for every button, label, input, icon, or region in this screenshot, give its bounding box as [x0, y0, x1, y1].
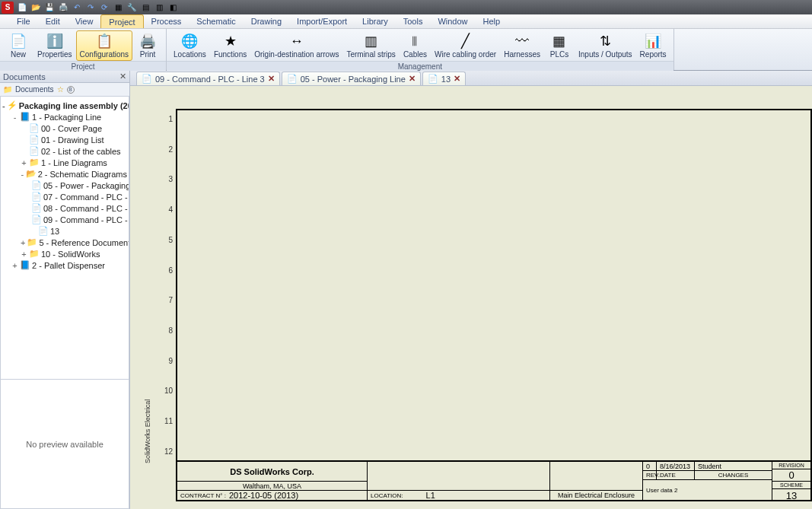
drawing-frame	[176, 109, 812, 462]
expand-icon[interactable]: +	[11, 261, 18, 270]
tab-close-icon[interactable]: ✕	[409, 74, 416, 84]
tree-item[interactable]: +📁10 - SolidWorks	[2, 248, 127, 259]
menu-schematic[interactable]: Schematic	[189, 14, 243, 28]
menu-window[interactable]: Window	[430, 14, 475, 28]
menu-importexport[interactable]: Import/Export	[289, 14, 355, 28]
icon-misc-2[interactable]: 🔧	[126, 2, 137, 13]
tree-node-label: 13	[50, 227, 59, 236]
ribbon-properties[interactable]: ℹ️Properties	[33, 30, 76, 61]
open-icon[interactable]: 📂	[30, 2, 41, 13]
ribbon-origin-destination[interactable]: ↔Origin-destination arrows	[250, 30, 342, 61]
document-tab[interactable]: 📄13✕	[422, 72, 466, 85]
icon-misc-1[interactable]: ▦	[113, 2, 123, 13]
ribbon-terminal[interactable]: ▥Terminal strips	[342, 30, 399, 61]
ribbon-new[interactable]: 📄New	[3, 30, 33, 61]
ruler-tick: 8	[161, 326, 173, 335]
drawing-canvas[interactable]: 123456789101112 SolidWorks Electrical DS…	[130, 86, 812, 509]
menu-drawing[interactable]: Drawing	[244, 14, 289, 28]
tree-node-label: 01 - Drawing List	[41, 135, 104, 145]
menu-library[interactable]: Library	[355, 14, 396, 28]
ruler-tick: 11	[161, 417, 173, 425]
expand-icon[interactable]: +	[21, 250, 27, 259]
undo-icon[interactable]: ↶	[72, 2, 82, 13]
tree-node-icon: 📂	[26, 169, 37, 179]
tb-userdata: User data 2	[643, 480, 772, 500]
new-icon: 📄	[10, 33, 27, 49]
tree-item[interactable]: -📂2 - Schematic Diagrams	[2, 168, 127, 180]
expand-icon[interactable]: -	[11, 113, 18, 122]
expand-icon[interactable]: -	[21, 170, 24, 179]
tree-item[interactable]: 📄01 - Drawing List	[2, 134, 127, 145]
ribbon-harnesses[interactable]: 〰Harnesses	[500, 30, 544, 61]
menu-help[interactable]: Help	[476, 14, 508, 28]
ribbon-locations[interactable]: 🌐Locations	[170, 30, 210, 61]
sidebar-close-icon[interactable]: ✕	[119, 72, 126, 81]
tree-item[interactable]: +📁5 - Reference Documents	[2, 237, 127, 248]
tree-item[interactable]: +📘2 - Pallet Dispenser	[2, 259, 127, 271]
ribbon-cables[interactable]: ⦀Cables	[400, 30, 431, 61]
ribbon-label: Wire cabling order	[435, 50, 496, 59]
tree-item[interactable]: 📄05 - Power - Packaging Line	[2, 180, 127, 191]
tree-item[interactable]: 📄00 - Cover Page	[2, 122, 127, 134]
menu-tools[interactable]: Tools	[396, 14, 431, 28]
redo-icon[interactable]: ↷	[85, 2, 96, 13]
document-tab[interactable]: 📄05 - Power - Packaging Line✕	[282, 72, 421, 85]
tree-node-icon: 📘	[20, 112, 30, 122]
tree-node-icon: 📄	[38, 226, 49, 236]
save-icon[interactable]: 💾	[44, 2, 55, 13]
icon-misc-4[interactable]: ▥	[154, 2, 164, 13]
expand-icon[interactable]: -	[2, 101, 5, 110]
ribbon-functions[interactable]: ★Functions	[210, 30, 250, 61]
ribbon-group-label: Management	[167, 61, 673, 72]
tree-item[interactable]: -⚡Packaging line assembly (2013)_80	[2, 100, 127, 111]
tree-node-label: 08 - Command - PLC - Line 2	[43, 204, 129, 213]
ribbon-label: Inputs / Outputs	[578, 50, 632, 59]
ribbon-wire[interactable]: ╱Wire cabling order	[431, 30, 500, 61]
new-doc-icon[interactable]: 📄	[17, 2, 27, 13]
tree-item[interactable]: 📄09 - Command - PLC - Line 3	[2, 214, 127, 225]
ribbon-label: Harnesses	[504, 50, 540, 59]
ribbon-print[interactable]: 🖨️Print	[132, 30, 163, 61]
menu-edit[interactable]: Edit	[38, 14, 68, 28]
expand-icon[interactable]: +	[21, 158, 27, 167]
ribbon-reports[interactable]: 📊Reports	[636, 30, 670, 61]
folder-icon[interactable]: 📁	[3, 85, 12, 94]
print-icon[interactable]: 🖨️	[58, 2, 68, 13]
tb-revision-label: REVISION	[772, 462, 810, 469]
icon-misc-3[interactable]: ▤	[140, 2, 151, 13]
tree-item[interactable]: 📄08 - Command - PLC - Line 2	[2, 202, 127, 214]
tree-item[interactable]: +📁1 - Line Diagrams	[2, 157, 127, 168]
tree-item[interactable]: 📄02 - List of the cables	[2, 145, 127, 157]
canvas-area: 📄09 - Command - PLC - Line 3✕📄05 - Power…	[129, 71, 812, 509]
menu-project[interactable]: Project	[100, 14, 143, 28]
ribbon-plcs[interactable]: ▦PLCs	[544, 30, 575, 61]
sidebar-tab-documents[interactable]: Documents	[15, 85, 54, 94]
expand-icon[interactable]: +	[21, 238, 25, 247]
tree-node-label: 07 - Command - PLC - Line 1	[43, 192, 129, 202]
menu-file[interactable]: File	[9, 14, 38, 28]
ribbon-inputs[interactable]: ⇅Inputs / Outputs	[575, 30, 636, 61]
tb-changes-h: CHANGES	[695, 471, 772, 479]
refresh-icon[interactable]: ⟳	[99, 2, 110, 13]
document-tree[interactable]: -⚡Packaging line assembly (2013)_80-📘1 -…	[0, 97, 129, 380]
ruler-tick: 2	[161, 145, 173, 154]
ribbon-configurations[interactable]: 📋Configurations	[76, 30, 132, 61]
tree-node-icon: 📄	[31, 180, 42, 190]
icon-misc-5[interactable]: ◧	[167, 2, 178, 13]
ruler-tick: 7	[161, 296, 173, 304]
tab-label: 13	[441, 75, 451, 84]
tree-node-icon: ⚡	[7, 100, 18, 110]
tree-item[interactable]: -📘1 - Packaging Line	[2, 111, 127, 122]
tree-item[interactable]: 📄13	[2, 225, 127, 237]
star-icon[interactable]: ☆	[57, 85, 64, 94]
tab-close-icon[interactable]: ✕	[268, 74, 275, 84]
tab-close-icon[interactable]: ✕	[454, 74, 460, 84]
tree-item[interactable]: 📄07 - Command - PLC - Line 1	[2, 191, 127, 202]
app-logo: S	[2, 2, 14, 14]
menu-process[interactable]: Process	[144, 14, 189, 28]
menu-view[interactable]: View	[68, 14, 101, 28]
circle-icon[interactable]: 8	[67, 86, 75, 94]
document-tab[interactable]: 📄09 - Command - PLC - Line 3✕	[136, 72, 280, 85]
tree-node-icon: 📁	[29, 249, 40, 259]
sidebar: Documents ✕ 📁 Documents ☆ 8 -⚡Packaging …	[0, 71, 129, 509]
